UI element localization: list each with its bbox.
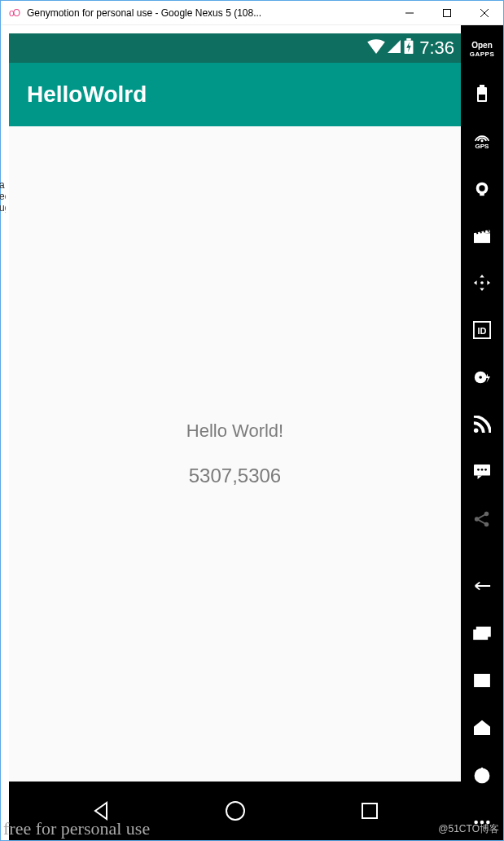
window-frame: oO Genymotion for personal use - Google …	[0, 0, 504, 841]
share-icon[interactable]	[471, 508, 493, 531]
open-gapps-label-bottom: GAPPS	[470, 51, 495, 58]
crop-artifact: a ec ug	[0, 179, 6, 214]
home-outline-icon[interactable]	[471, 716, 493, 739]
emulator-area: 7:36 HelloWolrd Hello World! 5307,5306	[1, 25, 461, 840]
identifier-icon[interactable]: ID	[471, 319, 493, 341]
nav-recent-button[interactable]	[355, 796, 384, 826]
window-title: Genymotion for personal use - Google Nex…	[27, 7, 384, 19]
app-title: HelloWolrd	[27, 81, 147, 108]
nav-home-button[interactable]	[221, 796, 250, 826]
status-clock: 7:36	[419, 37, 454, 59]
svg-text:ID: ID	[478, 326, 487, 336]
svg-point-13	[479, 185, 484, 191]
move-icon[interactable]	[471, 271, 493, 294]
sms-icon[interactable]	[471, 460, 493, 483]
svg-rect-32	[477, 627, 490, 636]
wifi-icon	[367, 39, 385, 57]
app-content: Hello World! 5307,5306	[9, 126, 461, 782]
open-gapps-label-top: Open	[471, 41, 493, 50]
disc-flash-icon[interactable]	[471, 366, 493, 389]
client-area: 7:36 HelloWolrd Hello World! 5307,5306	[1, 25, 503, 840]
cellular-icon	[387, 39, 401, 57]
hello-label: Hello World!	[186, 420, 283, 442]
close-button[interactable]	[466, 1, 503, 25]
svg-point-23	[477, 469, 480, 471]
battery-icon[interactable]	[471, 82, 493, 105]
svg-rect-1	[444, 9, 451, 16]
android-status-bar: 7:36	[9, 33, 461, 63]
coords-label: 5307,5306	[189, 465, 281, 487]
svg-rect-9	[480, 85, 484, 87]
camera-icon[interactable]	[471, 177, 493, 200]
app-bar: HelloWolrd	[9, 63, 461, 126]
svg-point-6	[226, 802, 244, 820]
svg-point-21	[474, 429, 479, 434]
svg-rect-5	[406, 38, 410, 41]
device-screen: 7:36 HelloWolrd Hello World! 5307,5306	[9, 33, 461, 840]
svg-rect-14	[480, 193, 484, 196]
svg-point-24	[481, 469, 484, 471]
svg-point-11	[481, 139, 484, 142]
back-arrow-icon[interactable]	[471, 575, 493, 597]
watermark-label: @51CTO博客	[438, 822, 499, 836]
app-logo-icon: oO	[7, 7, 20, 20]
svg-rect-10	[479, 95, 485, 100]
genymotion-toolbar: Open GAPPS GPS ID	[461, 25, 503, 840]
svg-point-20	[479, 376, 482, 379]
open-gapps-button[interactable]: Open GAPPS	[471, 42, 493, 58]
maximize-button[interactable]	[428, 1, 466, 25]
window-controls	[391, 1, 503, 25]
personal-use-label: free for personal use	[3, 818, 150, 839]
svg-line-30	[478, 520, 484, 524]
minimize-button[interactable]	[391, 1, 428, 25]
rss-icon[interactable]	[471, 413, 493, 436]
gps-icon[interactable]: GPS	[471, 130, 493, 152]
battery-charging-icon	[403, 38, 414, 58]
multitask-icon[interactable]	[471, 622, 493, 645]
svg-rect-7	[362, 804, 377, 818]
svg-point-16	[480, 281, 484, 284]
svg-point-25	[484, 469, 487, 471]
titlebar: oO Genymotion for personal use - Google …	[1, 1, 503, 25]
window-icon[interactable]	[471, 669, 493, 692]
svg-line-29	[478, 515, 484, 519]
power-icon[interactable]	[471, 764, 493, 786]
clapper-icon[interactable]	[471, 224, 493, 247]
